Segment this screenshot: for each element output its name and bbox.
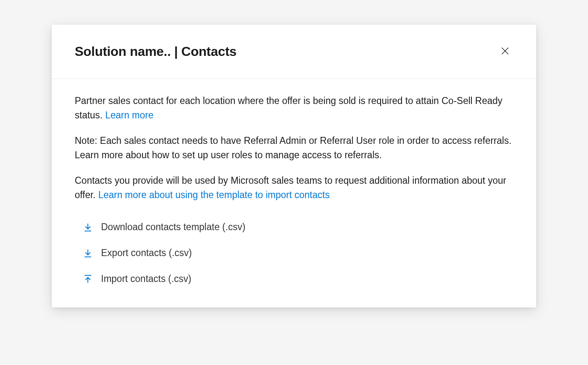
action-label: Import contacts (.csv) — [101, 273, 191, 284]
action-label: Download contacts template (.csv) — [101, 222, 246, 233]
download-template-action[interactable]: Download contacts template (.csv) — [83, 222, 513, 233]
export-contacts-action[interactable]: Export contacts (.csv) — [83, 247, 513, 259]
learn-more-link-cosell[interactable]: Learn more — [105, 110, 154, 120]
close-icon — [500, 46, 510, 57]
panel-title: Solution name.. | Contacts — [75, 44, 237, 59]
panel-header: Solution name.. | Contacts — [52, 25, 536, 79]
intro-paragraph-3: Contacts you provide will be used by Mic… — [75, 173, 513, 202]
learn-more-link-template[interactable]: Learn more about using the template to i… — [98, 189, 330, 200]
download-icon — [83, 248, 93, 258]
download-icon — [83, 222, 93, 232]
intro-paragraph-2: Note: Each sales contact needs to have R… — [75, 134, 513, 162]
intro-paragraph-1: Partner sales contact for each location … — [75, 94, 513, 122]
action-label: Export contacts (.csv) — [101, 247, 192, 259]
close-button[interactable] — [497, 43, 513, 60]
upload-icon — [83, 274, 93, 284]
panel-body: Partner sales contact for each location … — [52, 79, 536, 307]
contacts-panel: Solution name.. | Contacts Partner sales… — [52, 25, 536, 307]
actions-list: Download contacts template (.csv) Export… — [75, 222, 513, 284]
import-contacts-action[interactable]: Import contacts (.csv) — [83, 273, 513, 284]
